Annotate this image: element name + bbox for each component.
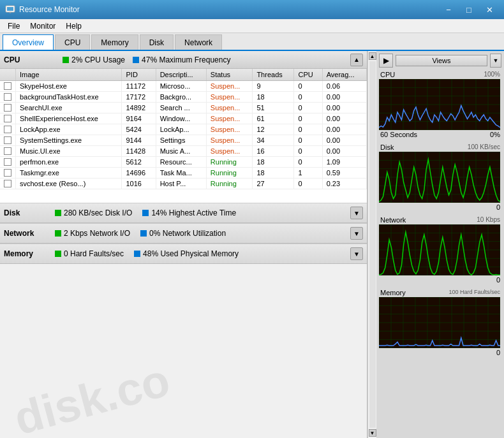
minimize-button[interactable]: −	[439, 3, 458, 16]
cpu-chart	[379, 79, 500, 130]
row-checkbox[interactable]	[4, 104, 11, 112]
disk-chart	[379, 152, 500, 203]
network-section-header[interactable]: Network 2 Kbps Network I/O 0% Network Ut…	[0, 223, 367, 244]
table-row[interactable]: ShellExperienceHost.exe9164Window...Susp…	[0, 113, 367, 124]
cpu-label: CPU	[4, 55, 55, 64]
tab-memory[interactable]: Memory	[91, 34, 138, 50]
col-average[interactable]: Averag...	[322, 69, 366, 81]
left-scrollbar[interactable]: ▲ ▼	[367, 51, 376, 438]
disk-chart-label: Disk	[380, 143, 394, 151]
tab-cpu[interactable]: CPU	[55, 34, 90, 50]
memory-section-header[interactable]: Memory 0 Hard Faults/sec 48% Used Physic…	[0, 244, 367, 264]
network-chart-wrap: Network 10 Kbps 0	[379, 215, 501, 284]
app-icon	[5, 4, 15, 15]
table-row[interactable]: LockApp.exe5424LockAp...Suspen...1200.00	[0, 124, 367, 135]
table-row[interactable]: Music.UI.exe11428Music A...Suspen...1600…	[0, 146, 367, 157]
cpu-freq-indicator	[133, 57, 139, 63]
disk-chart-wrap: Disk 100 KB/sec 0	[379, 143, 501, 212]
scroll-up-button[interactable]: ▲	[369, 52, 376, 60]
menu-monitor[interactable]: Monitor	[25, 20, 61, 32]
memory-faults-stat: 0 Hard Faults/sec	[55, 249, 124, 258]
row-checkbox[interactable]	[4, 115, 11, 122]
col-cpu[interactable]: CPU	[294, 69, 322, 81]
menu-help[interactable]: Help	[61, 20, 87, 32]
cpu-table: Image PID Descripti... Status Threads CP…	[0, 69, 367, 189]
views-button[interactable]: Views	[396, 55, 487, 66]
memory-used-indicator	[134, 251, 140, 257]
cpu-table-body: SkypeHost.exe11172Microso...Suspen...900…	[0, 81, 367, 189]
cpu-section-header[interactable]: CPU 2% CPU Usage 47% Maximum Frequency ▲	[0, 51, 367, 69]
memory-used-stat: 48% Used Physical Memory	[134, 249, 239, 258]
row-checkbox[interactable]	[4, 93, 11, 101]
cpu-usage-indicator	[63, 57, 69, 63]
views-dropdown-button[interactable]: ▼	[490, 54, 501, 68]
scroll-down-button[interactable]: ▼	[369, 429, 376, 437]
row-checkbox[interactable]	[4, 180, 11, 187]
table-header-row: Image PID Descripti... Status Threads CP…	[0, 69, 367, 81]
network-collapse-button[interactable]: ▼	[350, 227, 363, 240]
table-row[interactable]: SkypeHost.exe11172Microso...Suspen...900…	[0, 81, 367, 92]
table-row[interactable]: backgroundTaskHost.exe17172Backgro...Sus…	[0, 92, 367, 103]
col-check	[0, 69, 16, 81]
cpu-collapse-button[interactable]: ▲	[350, 54, 363, 66]
memory-used-text: 48% Used Physical Memory	[143, 249, 239, 258]
disk-chart-bottom: 0	[379, 203, 501, 212]
cpu-chart-label: CPU	[380, 71, 395, 78]
memory-chart-label: Memory	[380, 289, 406, 296]
disk-collapse-button[interactable]: ▼	[350, 207, 363, 219]
table-row[interactable]: svchost.exe (Reso...)1016Host P...Runnin…	[0, 179, 367, 189]
network-chart	[379, 224, 500, 275]
memory-collapse-button[interactable]: ▼	[350, 247, 363, 260]
disk-section-header[interactable]: Disk 280 KB/sec Disk I/O 14% Highest Act…	[0, 203, 367, 223]
network-label: Network	[4, 229, 55, 238]
table-row[interactable]: Taskmgr.exe14696Task Ma...Running1810.59	[0, 168, 367, 179]
memory-chart-max: 100 Hard Faults/sec	[448, 289, 500, 296]
col-image[interactable]: Image	[16, 69, 122, 81]
menu-file[interactable]: File	[3, 20, 25, 32]
cpu-freq-text: 47% Maximum Frequency	[142, 55, 230, 64]
table-row[interactable]: SearchUI.exe14892Search ...Suspen...5100…	[0, 103, 367, 113]
col-pid[interactable]: PID	[122, 69, 156, 81]
tab-overview[interactable]: Overview	[3, 34, 54, 50]
disk-io-stat: 280 KB/sec Disk I/O	[55, 208, 132, 217]
row-checkbox[interactable]	[4, 169, 11, 177]
network-util-stat: 0% Network Utilization	[140, 229, 226, 238]
disk-active-text: 14% Highest Active Time	[151, 208, 236, 217]
row-checkbox[interactable]	[4, 82, 11, 90]
disk-io-text: 280 KB/sec Disk I/O	[64, 208, 132, 217]
cpu-chart-bottom: 60 Seconds 0%	[379, 130, 501, 139]
table-row[interactable]: perfmon.exe5612Resourc...Running1801.09	[0, 157, 367, 168]
col-threads[interactable]: Threads	[253, 69, 294, 81]
row-checkbox[interactable]	[4, 158, 11, 166]
cpu-freq-stat: 47% Maximum Frequency	[133, 55, 230, 64]
right-top-bar: ▶ Views ▼	[379, 54, 501, 68]
tab-disk[interactable]: Disk	[140, 34, 174, 50]
memory-label: Memory	[4, 249, 55, 258]
col-status[interactable]: Status	[206, 69, 253, 81]
disk-active-indicator	[142, 210, 149, 216]
expand-button[interactable]: ▶	[379, 54, 393, 68]
memory-faults-text: 0 Hard Faults/sec	[64, 249, 124, 258]
network-chart-label: Network	[380, 216, 406, 224]
memory-chart-wrap: Memory 100 Hard Faults/sec 0	[379, 288, 501, 357]
row-checkbox[interactable]	[4, 136, 11, 144]
scroll-track	[369, 61, 376, 428]
right-panel: ▶ Views ▼ CPU 100% 60 Seconds 0% Disk 10…	[376, 51, 504, 438]
main-container: CPU 2% CPU Usage 47% Maximum Frequency ▲…	[0, 51, 504, 438]
maximize-button[interactable]: □	[459, 3, 478, 16]
table-row[interactable]: SystemSettings.exe9144SettingsSuspen...3…	[0, 135, 367, 146]
cpu-table-container[interactable]: Image PID Descripti... Status Threads CP…	[0, 69, 367, 203]
close-button[interactable]: ✕	[480, 3, 499, 16]
network-io-text: 2 Kbps Network I/O	[64, 229, 130, 238]
tab-bar: Overview CPU Memory Disk Network	[0, 33, 504, 51]
app-title: Resource Monitor	[19, 5, 439, 14]
row-checkbox[interactable]	[4, 147, 11, 155]
disk-active-stat: 14% Highest Active Time	[142, 208, 236, 217]
cpu-chart-duration: 60 Seconds	[380, 131, 417, 138]
row-checkbox[interactable]	[4, 126, 11, 133]
window-controls: − □ ✕	[439, 3, 499, 16]
watermark-text: disk.co	[9, 353, 175, 438]
col-description[interactable]: Descripti...	[156, 69, 206, 81]
tab-network[interactable]: Network	[175, 34, 222, 50]
network-chart-bottom: 0	[379, 275, 501, 284]
